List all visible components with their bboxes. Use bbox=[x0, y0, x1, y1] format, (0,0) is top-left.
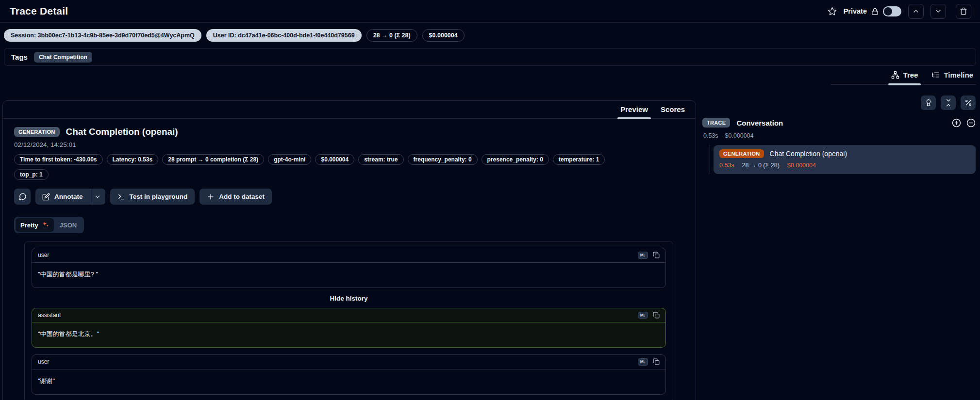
metric-pill: temperature: 1 bbox=[553, 154, 605, 165]
metric-pill: Time to first token: -430.00s bbox=[14, 154, 103, 165]
annotate-button[interactable]: Annotate bbox=[35, 189, 90, 205]
privacy-control: Private bbox=[844, 6, 901, 16]
message-header: assistant M↓ bbox=[32, 308, 665, 323]
lock-icon bbox=[871, 7, 879, 16]
next-trace-button[interactable] bbox=[930, 4, 946, 19]
trace-metrics: 0.53s $0.000004 bbox=[702, 132, 976, 139]
copy-icon[interactable] bbox=[653, 358, 660, 365]
header: Trace Detail Private bbox=[0, 0, 980, 23]
tab-preview[interactable]: Preview bbox=[620, 105, 648, 113]
plus-icon bbox=[207, 193, 215, 201]
tree-toolbar bbox=[702, 96, 976, 110]
metric-pill: 28 prompt → 0 completion (Σ 28) bbox=[162, 154, 264, 165]
delete-trace-button[interactable] bbox=[956, 4, 971, 19]
format-toggle: Pretty JSON bbox=[14, 217, 84, 233]
annotate-split-button: Annotate bbox=[35, 189, 105, 205]
scores-toggle-button[interactable] bbox=[921, 96, 936, 110]
user-id-badge[interactable]: User ID: dc47a41e-06bc-400d-bde1-f0e440d… bbox=[206, 29, 362, 42]
model-pill[interactable]: gpt-4o-mini bbox=[268, 154, 311, 165]
message-panel-assistant: assistant M↓ "中国的首都是北京。" bbox=[32, 308, 666, 348]
minus-circle-icon[interactable] bbox=[966, 118, 976, 128]
session-badge[interactable]: Session: 3bb00ec7-1b13-4c9b-85ee-3d9d70f… bbox=[4, 29, 201, 42]
copy-icon[interactable] bbox=[653, 312, 660, 319]
node-latency: 0.53s bbox=[719, 162, 734, 169]
tab-timeline[interactable]: Timeline bbox=[931, 71, 973, 79]
trace-badge: TRACE bbox=[702, 118, 730, 128]
sparkles-icon bbox=[42, 221, 49, 229]
metrics-toggle-button[interactable] bbox=[961, 96, 976, 110]
tab-scores[interactable]: Scores bbox=[661, 105, 685, 113]
pretty-label: Pretty bbox=[20, 222, 38, 229]
trace-expand-controls bbox=[952, 118, 976, 128]
annotate-dropdown-button[interactable] bbox=[90, 189, 105, 205]
private-toggle[interactable] bbox=[883, 6, 901, 16]
trace-root-row[interactable]: TRACE Conversation bbox=[702, 118, 976, 128]
terminal-icon bbox=[117, 193, 125, 201]
header-actions: Private bbox=[828, 4, 971, 19]
view-tabs: Tree Timeline bbox=[831, 71, 976, 85]
preview-scores-tabs: Preview Scores bbox=[3, 101, 696, 119]
percent-icon bbox=[964, 99, 972, 107]
message-header: user M↓ bbox=[32, 248, 665, 263]
generation-node-badge: GENERATION bbox=[719, 149, 764, 158]
markdown-toggle-icon[interactable]: M↓ bbox=[638, 358, 648, 366]
cost-pill: $0.000004 bbox=[315, 154, 354, 165]
trace-tree-sidebar: TRACE Conversation 0.53s $0.000004 GENER… bbox=[702, 96, 976, 174]
observation-body: GENERATION Chat Completion (openai) 02/1… bbox=[3, 119, 696, 400]
observation-header: GENERATION Chat Completion (openai) bbox=[14, 127, 684, 137]
hide-history-button[interactable]: Hide history bbox=[32, 295, 666, 302]
pen-square-icon bbox=[42, 193, 50, 201]
tag-chip[interactable]: Chat Competition bbox=[34, 52, 92, 63]
trace-cost: $0.000004 bbox=[725, 132, 754, 139]
spacer bbox=[32, 348, 666, 354]
message-role: user bbox=[38, 252, 49, 258]
annotate-label: Annotate bbox=[54, 193, 83, 200]
action-buttons: Annotate Test in playground Add to datas… bbox=[14, 189, 684, 205]
message-panel-user-2: user M↓ "谢谢" bbox=[32, 354, 666, 395]
node-cost: $0.000004 bbox=[787, 162, 816, 169]
page-title: Trace Detail bbox=[10, 5, 68, 17]
format-json-tab[interactable]: JSON bbox=[54, 219, 83, 231]
trash-icon bbox=[960, 7, 967, 15]
markdown-toggle-icon[interactable]: M↓ bbox=[638, 312, 648, 319]
node-metrics: 0.53s 28 → 0 (Σ 28) $0.000004 bbox=[719, 162, 970, 169]
metric-pill: presence_penalty: 0 bbox=[482, 154, 549, 165]
tags-label: Tags bbox=[11, 53, 28, 61]
node-tokens: 28 → 0 (Σ 28) bbox=[742, 162, 780, 169]
message-panel-user-1: user M↓ "中国的首都是哪里? " bbox=[32, 248, 666, 288]
chevron-down-icon bbox=[94, 193, 101, 200]
playground-label: Test in playground bbox=[130, 193, 188, 200]
plus-circle-icon[interactable] bbox=[952, 118, 961, 128]
generation-node[interactable]: GENERATION Chat Completion (openai) 0.53… bbox=[714, 145, 976, 174]
dataset-label: Add to dataset bbox=[219, 193, 265, 200]
add-to-dataset-button[interactable]: Add to dataset bbox=[199, 189, 272, 205]
private-label: Private bbox=[844, 7, 867, 15]
metric-pill: frequency_penalty: 0 bbox=[408, 154, 478, 165]
markdown-toggle-icon[interactable]: M↓ bbox=[638, 252, 648, 259]
toggle-thumb bbox=[884, 7, 892, 16]
copy-icon[interactable] bbox=[653, 252, 660, 258]
generation-type-badge: GENERATION bbox=[14, 127, 60, 137]
tab-tree[interactable]: Tree bbox=[891, 71, 918, 79]
format-pretty-tab[interactable]: Pretty bbox=[16, 218, 54, 232]
star-icon[interactable] bbox=[828, 7, 837, 16]
metric-pill: top_p: 1 bbox=[14, 169, 49, 180]
message-role: assistant bbox=[38, 312, 61, 319]
message-tools: M↓ bbox=[638, 312, 660, 319]
award-icon bbox=[925, 99, 932, 107]
test-in-playground-button[interactable]: Test in playground bbox=[110, 189, 195, 205]
trace-title: Conversation bbox=[736, 119, 783, 127]
prev-trace-button[interactable] bbox=[908, 4, 924, 19]
comment-button[interactable] bbox=[14, 189, 31, 205]
message-header: user M↓ bbox=[32, 355, 665, 369]
meta-badges: Session: 3bb00ec7-1b13-4c9b-85ee-3d9d70f… bbox=[4, 29, 976, 42]
list-tree-icon bbox=[931, 71, 940, 79]
metric-pills-row1: Time to first token: -430.00s Latency: 0… bbox=[14, 154, 684, 165]
collapse-all-button[interactable] bbox=[941, 96, 956, 110]
token-usage-badge: 28 → 0 (Σ 28) bbox=[366, 29, 417, 42]
metric-pill: stream: true bbox=[358, 154, 403, 165]
trace-detail-page: Trace Detail Private Ses bbox=[0, 0, 980, 400]
node-header: GENERATION Chat Completion (openai) bbox=[719, 149, 970, 158]
tags-row: Tags Chat Competition bbox=[4, 48, 976, 66]
fold-vertical-icon bbox=[945, 99, 952, 107]
